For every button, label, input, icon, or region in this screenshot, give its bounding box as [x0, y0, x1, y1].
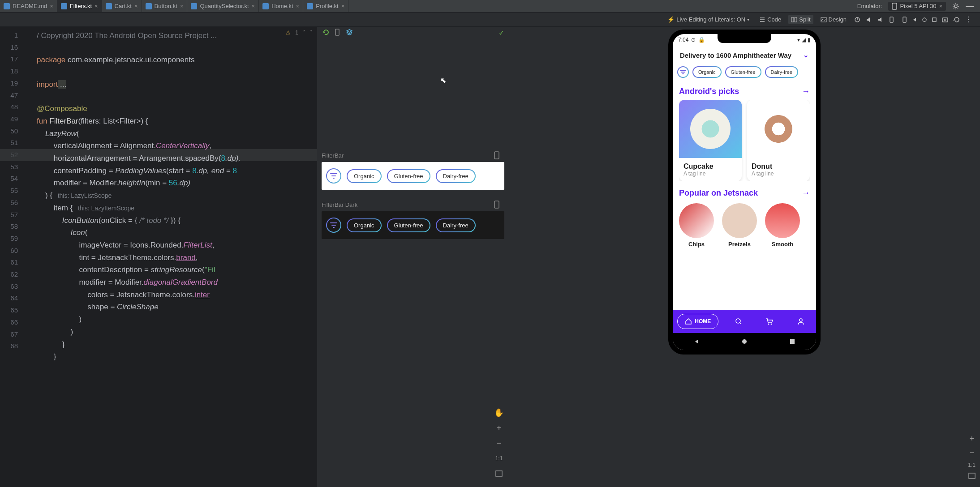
chip-dairyfree[interactable]: Dairy-free — [436, 218, 476, 232]
close-icon[interactable]: × — [252, 3, 255, 9]
minimize-icon[interactable]: — — [966, 1, 974, 11]
snack-circle[interactable]: Smooth — [765, 203, 800, 248]
volume-down-icon[interactable] — [877, 16, 884, 23]
back-icon[interactable] — [912, 17, 917, 22]
tab-filters[interactable]: Filters.kt× — [57, 0, 102, 12]
overview-icon[interactable] — [789, 338, 795, 345]
home-icon[interactable] — [922, 17, 927, 22]
svg-rect-15 — [496, 471, 502, 476]
close-icon[interactable]: × — [50, 3, 53, 9]
layers-icon[interactable] — [346, 29, 353, 36]
view-design[interactable]: Design — [818, 15, 849, 24]
chevron-down-icon[interactable]: ⌄ — [803, 51, 809, 59]
preview-label-dark: FilterBar Dark — [322, 201, 357, 208]
chip-glutenfree[interactable]: Gluten-free — [387, 218, 430, 232]
snack-card[interactable]: DonutA tag line — [747, 100, 810, 181]
back-icon[interactable] — [693, 338, 700, 345]
nav-cart[interactable] — [758, 314, 781, 329]
kotlin-icon — [262, 3, 269, 9]
phone-icon[interactable] — [494, 151, 500, 159]
close-icon[interactable]: × — [180, 3, 184, 9]
code-editor[interactable]: 1161718194748495051525354555657585960616… — [0, 27, 317, 487]
svg-point-19 — [799, 319, 802, 321]
zoom-in-icon[interactable]: + — [969, 434, 974, 444]
chip-organic[interactable]: Organic — [347, 218, 382, 232]
warning-icon: ⚠ — [286, 30, 291, 36]
refresh-icon[interactable] — [953, 16, 960, 23]
chip-glutenfree[interactable]: Gluten-free — [387, 169, 430, 183]
compose-preview: ✓ FilterBar Organic Gluten-free Dairy-fr… — [317, 27, 509, 487]
close-icon[interactable]: × — [939, 3, 942, 9]
view-split[interactable]: Split — [788, 15, 813, 24]
kotlin-icon — [106, 3, 112, 9]
arrow-right-icon[interactable]: → — [802, 87, 810, 96]
snack-circle[interactable]: Pretzels — [722, 203, 757, 248]
zoom-in-icon[interactable]: + — [494, 423, 504, 433]
debug-icon: ⊙ — [691, 37, 696, 43]
section-title: Popular on Jetsnack — [679, 188, 758, 198]
tab-button[interactable]: Button.kt× — [142, 0, 188, 12]
emulator-label: Emulator: — [857, 3, 882, 9]
tab-profile[interactable]: Profile.kt× — [303, 0, 348, 12]
zoom-reset[interactable]: 1:1 — [494, 453, 504, 464]
svg-point-20 — [742, 339, 747, 344]
rotate-left-icon[interactable] — [889, 16, 896, 23]
fit-icon[interactable] — [494, 468, 504, 479]
phone-icon[interactable] — [494, 201, 500, 209]
design-icon — [821, 17, 827, 23]
chip-dairyfree[interactable]: Dairy-free — [765, 66, 798, 78]
pan-icon[interactable]: ✋ — [494, 407, 504, 418]
svg-rect-0 — [892, 3, 897, 9]
code-content[interactable]: / Copyright 2020 The Android Open Source… — [24, 27, 317, 487]
snack-circle[interactable]: Chips — [679, 203, 714, 248]
camera-icon[interactable] — [941, 16, 949, 23]
filterbar-dark-preview[interactable]: Organic Gluten-free Dairy-free — [322, 211, 504, 239]
close-icon[interactable]: × — [341, 3, 345, 9]
more-icon[interactable]: ⋮ — [965, 15, 972, 24]
close-icon[interactable]: × — [134, 3, 138, 9]
gear-icon[interactable] — [952, 3, 959, 10]
nav-home[interactable]: HOME — [677, 314, 718, 329]
refresh-icon[interactable] — [322, 29, 330, 36]
chevron-up-icon[interactable]: ˄ — [303, 30, 305, 36]
view-code[interactable]: Code — [756, 15, 784, 24]
power-icon[interactable] — [854, 16, 861, 23]
chevron-down-icon[interactable]: ˅ — [310, 30, 313, 36]
tab-cart[interactable]: Cart.kt× — [102, 0, 142, 12]
tab-quantity[interactable]: QuantitySelector.kt× — [187, 0, 259, 12]
volume-up-icon[interactable] — [865, 16, 873, 23]
emulator-panel: 7:04⊙🔒 ▾◢▮ Delivery to 1600 Amphitheater… — [509, 27, 980, 487]
tab-home[interactable]: Home.kt× — [259, 0, 303, 12]
tab-readme[interactable]: README.md× — [0, 0, 57, 12]
overview-icon[interactable] — [932, 17, 937, 22]
filter-icon[interactable] — [326, 168, 341, 184]
zoom-out-icon[interactable]: − — [969, 448, 974, 457]
chip-glutenfree[interactable]: Gluten-free — [725, 66, 761, 78]
close-icon[interactable]: × — [296, 3, 300, 9]
chip-organic[interactable]: Organic — [692, 66, 722, 78]
filter-icon[interactable] — [326, 218, 341, 233]
zoom-reset[interactable]: 1:1 — [968, 462, 976, 468]
arrow-right-icon[interactable]: → — [802, 188, 810, 198]
search-icon — [735, 318, 742, 325]
rotate-right-icon[interactable] — [900, 16, 907, 23]
close-icon[interactable]: × — [95, 3, 98, 9]
fit-icon[interactable] — [968, 473, 976, 479]
chip-dairyfree[interactable]: Dairy-free — [436, 169, 476, 183]
device-selector[interactable]: Pixel 5 API 30 × — [888, 2, 946, 11]
nav-profile[interactable] — [790, 314, 812, 329]
filter-icon[interactable] — [677, 66, 689, 78]
zoom-out-icon[interactable]: − — [494, 438, 504, 449]
home-icon[interactable] — [741, 338, 748, 345]
device-screen[interactable]: 7:04⊙🔒 ▾◢▮ Delivery to 1600 Amphitheater… — [673, 34, 816, 350]
snack-card[interactable]: CupcakeA tag line — [679, 100, 742, 181]
check-icon: ✓ — [499, 29, 504, 37]
nav-search[interactable] — [728, 314, 749, 329]
inspection-widget[interactable]: ⚠1 ˄ ˅ — [286, 30, 313, 36]
deploy-icon[interactable] — [334, 29, 341, 36]
chip-organic[interactable]: Organic — [347, 169, 382, 183]
filterbar-light-preview[interactable]: Organic Gluten-free Dairy-free — [322, 162, 504, 190]
live-edit-toggle[interactable]: ⚡Live Editing of Literals: ON▾ — [665, 15, 752, 24]
phone-icon — [892, 3, 897, 10]
delivery-address[interactable]: Delivery to 1600 Amphitheater Way⌄ — [673, 46, 816, 64]
